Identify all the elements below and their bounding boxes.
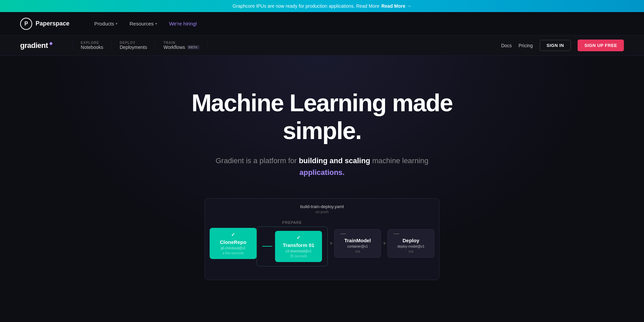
deploy-time: n/a [394, 250, 428, 253]
nav-item-deployments[interactable]: DEPLOY Deployments [112, 41, 156, 50]
connector-arrow-1 [330, 242, 333, 245]
nav-item-workflows[interactable]: TRAIN Workflows BETA [155, 41, 207, 50]
clone-title: CloneRepo [216, 239, 251, 245]
connector-line-1 [262, 246, 272, 247]
hero-subtitle-bold: building and scaling [299, 156, 370, 165]
gradient-nav-links: EXPLORE Notebooks DEPLOY Deployments TRA… [72, 41, 501, 50]
announcement-link[interactable]: Read More → [381, 3, 411, 9]
main-nav: P Paperspace Products ▾ Resources ▾ We'r… [0, 12, 644, 36]
hiring-nav-item[interactable]: We're hiring! [164, 18, 202, 29]
announcement-bar: Graphcore IPUs are now ready for product… [0, 0, 644, 12]
train-subtitle: container@v1 [340, 245, 375, 248]
prepare-label: PREPARE [282, 220, 302, 224]
connector-arrow-2 [384, 242, 386, 245]
workflow-trigger: on:push [212, 210, 432, 214]
train-title: TrainModel [340, 238, 375, 243]
clone-time: a few seconds [216, 251, 251, 255]
deploy-dash-icon [394, 234, 399, 234]
transform-subtitle: s3-download@v1 [281, 249, 316, 253]
workflow-steps-row: ✓ CloneRepo git-checkout@v1 a few second… [212, 220, 432, 266]
announcement-text: Graphcore IPUs are now ready for product… [233, 3, 379, 9]
hero-title: Machine Learning made simple. [191, 89, 453, 145]
paperspace-logo[interactable]: P Paperspace [20, 18, 69, 30]
step-train: TrainModel container@v1 n/a [334, 229, 381, 258]
hero-subtitle: Gradient is a platform for building and … [211, 155, 433, 178]
deploy-subtitle: deploy-model@v1 [394, 245, 428, 248]
clone-check-icon: ✓ [216, 232, 251, 237]
docs-link[interactable]: Docs [501, 43, 512, 48]
step-deploy: Deploy deploy-model@v1 n/a [387, 229, 434, 258]
train-dash-icon [340, 234, 346, 234]
gradient-dot-icon [50, 42, 52, 45]
prepare-group-wrapper: PREPARE ✓ Transform 01 s3-download@v1 35… [257, 220, 328, 266]
products-nav-item[interactable]: Products ▾ [90, 18, 122, 29]
sign-up-button[interactable]: SIGN UP FREE [578, 40, 624, 51]
hero-section: Machine Learning made simple. Gradient i… [0, 56, 644, 300]
clone-subtitle: git-checkout@v1 [216, 246, 251, 250]
hero-subtitle-highlight: applications. [300, 168, 344, 177]
beta-badge: BETA [187, 45, 199, 49]
logo-text: Paperspace [36, 20, 69, 27]
hero-subtitle-mid: machine learning [370, 156, 429, 165]
step-clone: ✓ CloneRepo git-checkout@v1 a few second… [210, 228, 257, 259]
workflow-box: build-train-deploy.yaml on:push ✓ CloneR… [205, 198, 439, 280]
main-nav-links: Products ▾ Resources ▾ We're hiring! [90, 18, 202, 29]
sign-in-button[interactable]: SIGN IN [540, 40, 571, 51]
gradient-logo: gradient [20, 41, 52, 50]
transform-check-icon: ✓ [281, 235, 316, 240]
resources-nav-item[interactable]: Resources ▾ [125, 18, 162, 29]
train-time: n/a [340, 250, 375, 253]
workflow-diagram: build-train-deploy.yaml on:push ✓ CloneR… [205, 198, 439, 280]
step-transform: ✓ Transform 01 s3-download@v1 35 seconds [275, 231, 322, 262]
resources-chevron-icon: ▾ [155, 22, 157, 25]
workflow-filename: build-train-deploy.yaml [212, 204, 432, 209]
workflows-title: Workflows BETA [163, 45, 199, 50]
gradient-nav: gradient EXPLORE Notebooks DEPLOY Deploy… [0, 36, 644, 56]
pricing-link[interactable]: Pricing [519, 43, 533, 48]
deploy-title: Deploy [394, 238, 428, 243]
products-chevron-icon: ▾ [116, 22, 117, 25]
prepare-group-box: ✓ Transform 01 s3-download@v1 35 seconds [257, 227, 328, 266]
gradient-nav-right: Docs Pricing SIGN IN SIGN UP FREE [501, 40, 624, 51]
nav-item-notebooks[interactable]: EXPLORE Notebooks [72, 41, 112, 50]
logo-icon: P [20, 18, 32, 30]
transform-time: 35 seconds [281, 254, 316, 258]
hero-subtitle-prefix: Gradient is a platform for [216, 156, 299, 165]
transform-title: Transform 01 [281, 242, 316, 248]
